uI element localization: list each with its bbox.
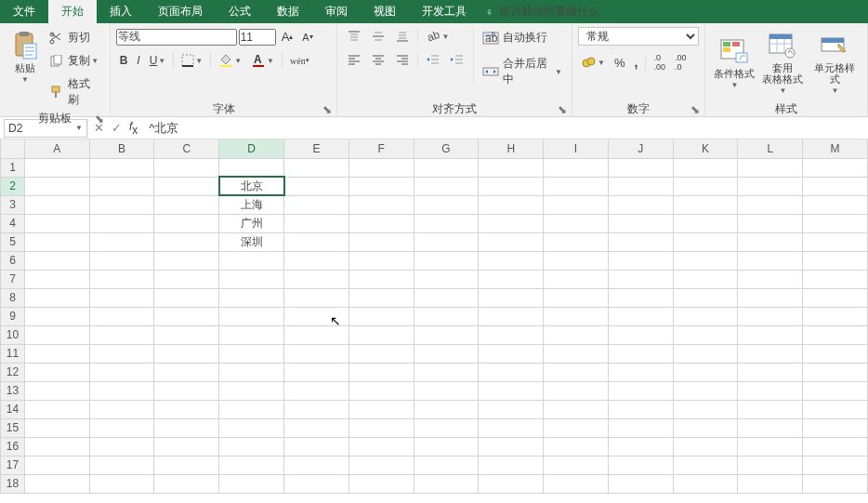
cell[interactable] (349, 288, 414, 307)
row-header[interactable]: 7 (1, 270, 25, 288)
cell[interactable] (24, 344, 89, 363)
dialog-launcher-icon[interactable]: ⬊ (556, 103, 568, 115)
cell[interactable] (738, 363, 803, 381)
cell[interactable] (479, 251, 544, 270)
cell[interactable] (89, 232, 154, 251)
cell[interactable] (673, 307, 738, 325)
cell[interactable] (349, 400, 414, 418)
cell[interactable] (414, 251, 479, 270)
align-bottom-button[interactable] (391, 27, 414, 46)
cell[interactable] (219, 307, 284, 325)
cell[interactable] (89, 158, 154, 177)
cell[interactable]: 深圳 (219, 232, 284, 251)
cell[interactable] (89, 195, 154, 214)
cell[interactable] (284, 418, 349, 437)
wrap-text-button[interactable]: ab自动换行 (479, 27, 566, 48)
cell[interactable] (284, 437, 349, 456)
cell[interactable] (414, 456, 479, 474)
cell[interactable] (544, 437, 609, 456)
cell[interactable] (219, 344, 284, 363)
cell[interactable] (479, 456, 544, 474)
cell[interactable] (24, 288, 89, 307)
tab-review[interactable]: 审阅 (312, 0, 361, 23)
cell[interactable] (803, 474, 868, 493)
cell[interactable] (154, 177, 219, 195)
align-right-button[interactable] (391, 50, 414, 69)
cell[interactable] (479, 288, 544, 307)
cell[interactable] (24, 158, 89, 177)
tab-view[interactable]: 视图 (361, 0, 409, 23)
cell[interactable] (89, 251, 154, 270)
cell[interactable] (89, 214, 154, 232)
cell[interactable] (349, 195, 414, 214)
cell[interactable] (24, 400, 89, 418)
underline-button[interactable]: U▼ (146, 51, 170, 70)
phonetic-button[interactable]: wén▾ (286, 53, 313, 69)
cell[interactable] (24, 251, 89, 270)
cell[interactable] (154, 251, 219, 270)
cell[interactable] (479, 418, 544, 437)
cell[interactable] (414, 437, 479, 456)
conditional-format-button[interactable]: 条件格式▼ (711, 33, 757, 93)
cell[interactable] (544, 456, 609, 474)
cell[interactable] (414, 363, 479, 381)
cell[interactable] (738, 307, 803, 325)
number-format-select[interactable]: 常规 (578, 27, 699, 46)
cell[interactable] (284, 177, 349, 195)
cell[interactable] (738, 381, 803, 400)
cell[interactable] (89, 288, 154, 307)
cell[interactable] (544, 177, 609, 195)
cell[interactable] (673, 437, 738, 456)
paste-button[interactable]: 粘贴 ▼ (6, 27, 44, 87)
dialog-launcher-icon[interactable]: ⬊ (689, 103, 701, 115)
cell[interactable] (89, 418, 154, 437)
cell[interactable] (154, 474, 219, 493)
cell[interactable] (284, 195, 349, 214)
align-left-button[interactable] (343, 50, 365, 69)
cell[interactable] (803, 437, 868, 456)
row-header[interactable]: 13 (1, 381, 25, 400)
row-header[interactable]: 15 (1, 418, 25, 437)
cell[interactable] (608, 307, 673, 325)
cell[interactable] (738, 400, 803, 418)
row-header[interactable]: 9 (1, 307, 25, 325)
row-header[interactable]: 14 (1, 400, 25, 418)
decrease-decimal-button[interactable]: .00.0 (671, 50, 690, 74)
cell[interactable] (803, 344, 868, 363)
cell[interactable] (154, 381, 219, 400)
cell[interactable] (154, 288, 219, 307)
cell[interactable] (673, 288, 738, 307)
cell[interactable] (803, 325, 868, 344)
cell[interactable] (479, 307, 544, 325)
cell[interactable] (738, 418, 803, 437)
column-header[interactable]: B (89, 139, 154, 158)
cell[interactable] (24, 177, 89, 195)
cell[interactable] (738, 288, 803, 307)
cell[interactable] (544, 307, 609, 325)
cell[interactable] (673, 177, 738, 195)
cell[interactable] (414, 195, 479, 214)
cell[interactable] (544, 418, 609, 437)
cell[interactable] (154, 456, 219, 474)
cell[interactable] (608, 381, 673, 400)
cell[interactable] (349, 456, 414, 474)
cell[interactable] (544, 251, 609, 270)
cell[interactable] (154, 270, 219, 288)
cell[interactable] (673, 195, 738, 214)
cell[interactable] (608, 270, 673, 288)
cell[interactable] (349, 251, 414, 270)
cell[interactable] (284, 307, 349, 325)
cell[interactable] (738, 456, 803, 474)
increase-decimal-button[interactable]: .0.00 (650, 50, 669, 74)
cell[interactable] (673, 456, 738, 474)
cell[interactable] (803, 177, 868, 195)
cell[interactable] (608, 195, 673, 214)
cell[interactable] (24, 232, 89, 251)
cell[interactable] (803, 363, 868, 381)
outdent-button[interactable] (422, 50, 444, 69)
cell[interactable] (284, 288, 349, 307)
cell[interactable] (349, 344, 414, 363)
cell[interactable] (608, 474, 673, 493)
tell-me[interactable]: ♀ 告诉我你想要做什么 (485, 0, 599, 23)
cell[interactable] (803, 270, 868, 288)
